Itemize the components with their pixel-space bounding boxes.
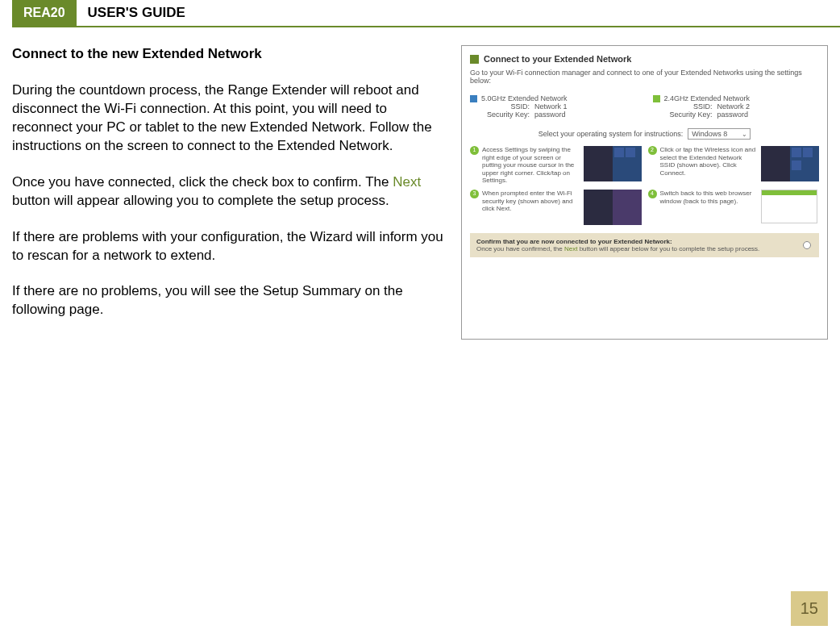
step-1-thumb: [584, 146, 642, 181]
confirm-radio[interactable]: [803, 241, 811, 249]
lime-square-icon: [653, 95, 660, 102]
confirm-bar: Confirm that you are now connected to yo…: [470, 233, 819, 257]
step-4-thumb: [761, 190, 819, 225]
network-row: 5.0GHz Extended Network SSID:Network 1 S…: [470, 94, 819, 119]
doc-title: USER'S GUIDE: [77, 0, 197, 26]
paragraph-2: Once you have connected, click the check…: [12, 173, 447, 211]
screenshot-subtitle: Go to your Wi-Fi connection manager and …: [470, 69, 819, 85]
confirm-next-highlight: Next: [564, 245, 577, 252]
screenshot-panel: Connect to your Extended Network Go to y…: [461, 45, 828, 340]
step-badge-icon: 2: [648, 146, 657, 155]
step-badge-icon: 3: [470, 190, 479, 198]
body-text: Connect to the new Extended Network Duri…: [12, 45, 447, 340]
header-bar: REA20 USER'S GUIDE: [12, 0, 840, 27]
os-dropdown[interactable]: Windows 8 ⌄: [688, 128, 751, 140]
square-icon: [470, 55, 479, 64]
paragraph-1: During the countdown process, the Range …: [12, 81, 447, 156]
os-selector-row: Select your operating system for instruc…: [470, 128, 819, 140]
page-number: 15: [791, 591, 828, 626]
steps-grid: 1 Access Settings by swiping the right e…: [470, 146, 819, 225]
next-highlight: Next: [393, 174, 421, 190]
step-3-thumb: [584, 190, 642, 225]
step-1: 1 Access Settings by swiping the right e…: [470, 146, 642, 185]
section-heading: Connect to the new Extended Network: [12, 45, 447, 64]
paragraph-3: If there are problems with your configur…: [12, 228, 447, 265]
network-5ghz: 5.0GHz Extended Network SSID:Network 1 S…: [470, 94, 637, 119]
content-area: Connect to the new Extended Network Duri…: [0, 27, 840, 340]
step-badge-icon: 1: [470, 146, 479, 155]
blue-square-icon: [470, 95, 477, 102]
step-badge-icon: 4: [648, 190, 657, 198]
network-24ghz: 2.4GHz Extended Network SSID:Network 2 S…: [653, 94, 820, 119]
chevron-down-icon: ⌄: [742, 131, 747, 138]
paragraph-4: If there are no problems, you will see t…: [12, 282, 447, 319]
step-4: 4 Switch back to this web browser window…: [648, 190, 820, 225]
product-tab: REA20: [12, 0, 77, 26]
step-3: 3 When prompted enter the Wi-Fi security…: [470, 190, 642, 225]
os-label: Select your operating system for instruc…: [539, 130, 684, 138]
step-2: 2 Click or tap the Wireless icon and sel…: [648, 146, 820, 185]
step-2-thumb: [761, 146, 819, 181]
screenshot-title: Connect to your Extended Network: [470, 54, 819, 64]
